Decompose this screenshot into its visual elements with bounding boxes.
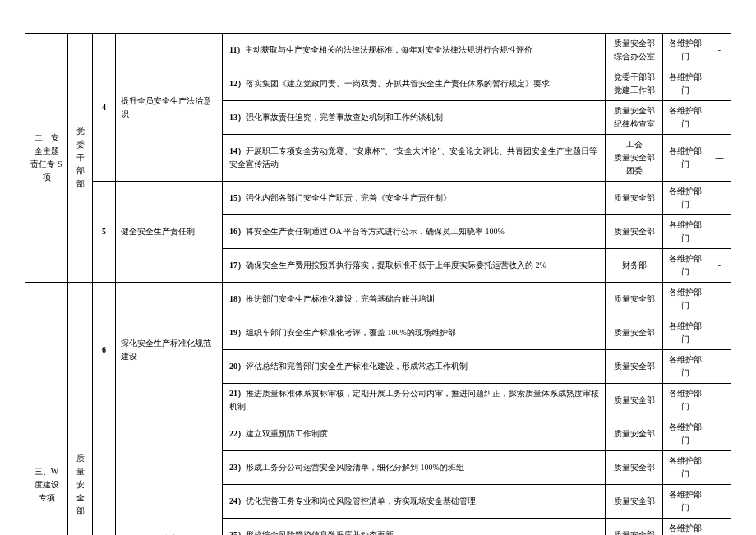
coop-cell: 各维护部门 — [663, 67, 708, 101]
resp-cell: 质量安全部 — [606, 451, 663, 485]
table-row: 二、安全主题责任专 S 项 党委干部部 4 提升全员安全生产法治意识 11）主动… — [25, 34, 731, 67]
detail-cell: 19）组织车部门安全生产标准化考评，覆盖 100%的现场维护部 — [223, 316, 606, 350]
note-cell — [708, 350, 731, 384]
coop-cell: 各维护部门 — [663, 316, 708, 350]
detail-cell: 24）优化完善工务专业和岗位风险管控清单，夯实现场安全基础管理 — [223, 485, 606, 519]
resp-cell: 质量安全部 — [606, 350, 663, 384]
detail-cell: 21）推进质量标准体系贯标审核，定期开展工务分公司内审，推进问题纠正，探索质量体… — [223, 384, 606, 417]
group-num-4: 4 — [93, 34, 116, 182]
resp-cell: 质量安全部 — [606, 182, 663, 215]
group-num-5: 5 — [93, 182, 116, 283]
detail-cell: 12）落实集团《建立党政同责、一岗双责、齐抓共管安全生产责任体系的暂行规定》要求 — [223, 67, 606, 101]
row-text: 建立双重预防工作制度 — [246, 429, 328, 438]
detail-cell: 20）评估总结和完善部门安全生产标准化建设，形成常态工作机制 — [223, 350, 606, 384]
resp-cell: 工会质量安全部团委 — [606, 135, 663, 182]
coop-cell: 各维护部门 — [663, 283, 708, 316]
section-2-title: 二、安全主题责任专 S 项 — [25, 34, 68, 283]
resp-cell: 质量安全部 — [606, 417, 663, 451]
note-cell — [708, 67, 731, 101]
section-3-dept: 质量安全部 — [68, 283, 93, 536]
row-text: 主动获取与生产安全相关的法律法规标准，每年对安全法律法规进行合规性评价 — [245, 45, 532, 54]
coop-cell: 各维护部门 — [663, 34, 708, 67]
detail-cell: 25）形成综合风险管控信息数据库并动态更新 — [223, 519, 606, 536]
row-num: 19） — [229, 328, 246, 337]
row-num: 14） — [229, 146, 246, 155]
note-cell — [708, 215, 731, 249]
resp-cell: 党委干部部党建工作部 — [606, 67, 663, 101]
group-num-6: 6 — [93, 283, 116, 417]
note-cell — [708, 283, 731, 316]
detail-cell: 18）推进部门安全生产标准化建设，完善基础台账并培训 — [223, 283, 606, 316]
resp-cell: 质量安全部 — [606, 316, 663, 350]
row-text: 推进部门安全生产标准化建设，完善基础台账并培训 — [246, 294, 435, 303]
row-text: 强化内部各部门安全生产职责，完善《安全生产责任制》 — [246, 193, 451, 202]
detail-cell: 11）主动获取与生产安全相关的法律法规标准，每年对安全法律法规进行合规性评价 — [223, 34, 606, 67]
coop-cell: 各维护部门 — [663, 451, 708, 485]
coop-cell: 各维护部门 — [663, 519, 708, 536]
row-text: 强化事故责任追究，完善事故查处机制和工作约谈机制 — [246, 113, 443, 122]
note-cell — [708, 417, 731, 451]
section-3-title: 三、W 度建设专项 — [25, 283, 68, 536]
resp-cell: 质量安全部综合办公室 — [606, 34, 663, 67]
note-cell — [708, 316, 731, 350]
row-num: 20） — [229, 362, 246, 371]
row-num: 25） — [229, 530, 246, 535]
row-num: 11） — [229, 45, 245, 54]
resp-cell: 财务部 — [606, 249, 663, 283]
row-num: 17） — [229, 261, 246, 270]
row-num: 23） — [229, 463, 246, 472]
note-cell: — — [708, 135, 731, 182]
row-num: 16） — [229, 227, 246, 236]
coop-cell: 各维护部门 — [663, 135, 708, 182]
detail-cell: 13）强化事故责任追究，完善事故查处机制和工作约谈机制 — [223, 101, 606, 135]
note-cell: - — [708, 34, 731, 67]
table-row: 三、W 度建设专项 质量安全部 6 深化安全生产标准化规范建设 18）推进部门安… — [25, 283, 731, 316]
note-cell — [708, 182, 731, 215]
row-num: 21） — [229, 389, 246, 398]
group-topic-7: 全面深化推进安全风险分级管控与隐患排查治理双重预防机制建设 — [116, 417, 223, 536]
row-text: 将安全生产责任制通过 OA 平台等方式进行公示，确保员工知晓率 100% — [246, 227, 505, 236]
row-text: 优化完善工务专业和岗位风险管控清单，夯实现场安全基础管理 — [246, 496, 476, 505]
coop-cell: 各维护部门 — [663, 101, 708, 135]
note-cell — [708, 519, 731, 536]
group-topic-4: 提升全员安全生产法治意识 — [116, 34, 223, 182]
row-num: 12） — [229, 79, 246, 88]
row-text: 形成工务分公司运营安全风险清单，细化分解到 100%的班组 — [246, 463, 464, 472]
row-text: 形成综合风险管控信息数据库并动态更新 — [246, 530, 394, 535]
row-text: 落实集团《建立党政同责、一岗双责、齐抓共管安全生产责任体系的暂行规定》要求 — [246, 79, 550, 88]
row-num: 24） — [229, 496, 246, 505]
detail-cell: 14）开展职工专项安全劳动竞赛、“安康杯”、“安全大讨论”、安全论文评比、共青团… — [223, 135, 606, 182]
group-topic-6: 深化安全生产标准化规范建设 — [116, 283, 223, 417]
row-num: 15） — [229, 193, 246, 202]
row-num: 22） — [229, 429, 246, 438]
table-row: 7 全面深化推进安全风险分级管控与隐患排查治理双重预防机制建设 22）建立双重预… — [25, 417, 731, 451]
resp-cell: 质量安全部纪律检查室 — [606, 101, 663, 135]
row-num: 13） — [229, 113, 246, 122]
detail-cell: 16）将安全生产责任制通过 OA 平台等方式进行公示，确保员工知晓率 100% — [223, 215, 606, 249]
row-text: 推进质量标准体系贯标审核，定期开展工务分公司内审，推进问题纠正，探索质量体系成熟… — [229, 389, 599, 411]
note-cell — [708, 384, 731, 417]
coop-cell: 各维护部门 — [663, 350, 708, 384]
safety-responsibility-table: 二、安全主题责任专 S 项 党委干部部 4 提升全员安全生产法治意识 11）主动… — [25, 33, 731, 535]
coop-cell: 各维护部门 — [663, 485, 708, 519]
detail-cell: 17）确保安全生产费用按预算执行落实，提取标准不低于上年度实际委托运营收入的 2… — [223, 249, 606, 283]
coop-cell: 各维护部门 — [663, 417, 708, 451]
row-text: 评估总结和完善部门安全生产标准化建设，形成常态工作机制 — [246, 362, 468, 371]
coop-cell: 各维护部门 — [663, 249, 708, 283]
note-cell — [708, 451, 731, 485]
coop-cell: 各维护部门 — [663, 182, 708, 215]
coop-cell: 各维护部门 — [663, 215, 708, 249]
row-text: 开展职工专项安全劳动竞赛、“安康杯”、“安全大讨论”、安全论文评比、共青团安全生… — [229, 146, 597, 168]
group-topic-5: 健全安全生产责任制 — [116, 182, 223, 283]
detail-cell: 15）强化内部各部门安全生产职责，完善《安全生产责任制》 — [223, 182, 606, 215]
row-num: 18） — [229, 294, 246, 303]
resp-cell: 质量安全部 — [606, 215, 663, 249]
section-2-dept: 党委干部部 — [68, 34, 93, 283]
row-text: 组织车部门安全生产标准化考评，覆盖 100%的现场维护部 — [246, 328, 456, 337]
note-cell — [708, 485, 731, 519]
coop-cell: 各维护部门 — [663, 384, 708, 417]
resp-cell: 质量安全部 — [606, 283, 663, 316]
detail-cell: 22）建立双重预防工作制度 — [223, 417, 606, 451]
resp-cell: 质量安全部 — [606, 519, 663, 536]
table-row: 5 健全安全生产责任制 15）强化内部各部门安全生产职责，完善《安全生产责任制》… — [25, 182, 731, 215]
